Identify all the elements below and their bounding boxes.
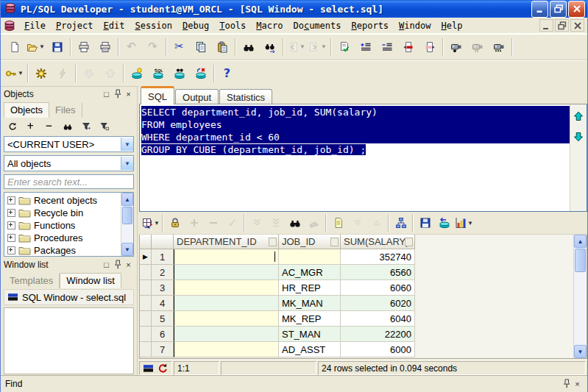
scroll-thumb[interactable] <box>575 249 586 272</box>
dropdown-arrow-icon[interactable]: ▼ <box>39 43 45 50</box>
tab-files[interactable]: Files <box>49 103 82 118</box>
filter-new-button[interactable] <box>96 118 113 134</box>
menu-window[interactable]: Window <box>394 19 436 32</box>
scroll-up-icon[interactable]: ▲ <box>574 235 587 248</box>
grid-view-button[interactable]: ▼ <box>141 213 160 232</box>
close-button[interactable] <box>568 1 585 18</box>
window-list-maximize-button[interactable]: □ <box>101 260 112 270</box>
cell-department-id[interactable] <box>174 265 279 280</box>
next-statement-icon[interactable] <box>573 131 584 143</box>
objects-pin-button[interactable] <box>112 89 123 99</box>
record-macro-button[interactable] <box>445 37 467 57</box>
tab-output[interactable]: Output <box>175 89 219 104</box>
cell-job-id[interactable] <box>279 249 341 265</box>
open-file-button[interactable]: ▼ <box>25 37 46 57</box>
cell-job-id[interactable]: AD_ASST <box>279 342 341 357</box>
syntax-check-button[interactable] <box>333 37 355 57</box>
dropdown-arrow-icon[interactable]: ▼ <box>18 70 24 76</box>
cell-department-id[interactable] <box>174 311 279 327</box>
tree-item-recent-objects[interactable]: Recent objects <box>4 194 133 207</box>
tab-templates[interactable]: Templates <box>4 274 60 288</box>
chart-button[interactable]: ▼ <box>454 213 474 232</box>
row-number[interactable]: 4 <box>152 296 174 311</box>
new-document-button[interactable] <box>4 37 25 57</box>
menu-tools[interactable]: Tools <box>214 19 251 32</box>
find-button[interactable] <box>238 37 259 57</box>
save-button[interactable] <box>416 213 435 232</box>
cell-department-id[interactable] <box>174 342 279 357</box>
row-selector[interactable]: ▶ <box>140 249 152 265</box>
help-button[interactable]: ? <box>216 63 238 84</box>
expand-icon[interactable] <box>7 221 15 229</box>
table-row[interactable]: 5MK_REP6040 <box>140 311 573 327</box>
row-selector[interactable] <box>140 280 152 296</box>
cell-job-id[interactable]: MK_REP <box>279 311 341 327</box>
menu-reports[interactable]: Reports <box>347 19 394 32</box>
row-number[interactable]: 3 <box>152 280 174 296</box>
find-pin-button[interactable] <box>561 379 572 389</box>
unindent-button[interactable] <box>376 37 397 57</box>
tree-scrollbar[interactable]: ▲ ▼ <box>121 193 133 256</box>
db-find-button[interactable] <box>169 63 190 84</box>
comment-button[interactable] <box>397 37 419 57</box>
menu-session[interactable]: Session <box>130 19 177 32</box>
column-header-sum-salary-[interactable]: SUM(SALARY) <box>341 235 415 249</box>
dropdown-arrow-icon[interactable]: ▼ <box>300 43 305 50</box>
menu-help[interactable]: Help <box>436 19 467 32</box>
tree-item-recycle-bin[interactable]: Recycle bin <box>4 207 133 219</box>
play-macro-button[interactable] <box>488 37 509 57</box>
scroll-down-icon[interactable]: ▼ <box>121 243 133 256</box>
menu-project[interactable]: Project <box>51 19 99 32</box>
table-row[interactable]: 3HR_REP6060 <box>140 280 573 296</box>
previous-statement-icon[interactable] <box>573 110 584 122</box>
cell-sum-salary[interactable]: 6000 <box>341 342 415 357</box>
column-header-job-id[interactable]: JOB_ID <box>279 235 341 249</box>
session-key-button[interactable]: ▼ <box>4 63 25 84</box>
expand-icon[interactable] <box>7 209 15 217</box>
tab-sql[interactable]: SQL <box>141 86 174 104</box>
print-button[interactable] <box>73 37 94 57</box>
db-lamp-button[interactable] <box>126 63 147 84</box>
table-row[interactable]: 7AD_ASST6000 <box>140 342 573 357</box>
tree-item-functions[interactable]: Functions <box>4 219 133 232</box>
cell-job-id[interactable]: HR_REP <box>279 280 341 296</box>
menu-file[interactable]: File <box>19 19 51 32</box>
find-close-button[interactable]: × <box>572 379 583 389</box>
row-selector[interactable] <box>140 342 152 357</box>
dropdown-arrow-icon[interactable]: ▼ <box>154 220 160 227</box>
menu-documents[interactable]: Documents <box>288 19 346 32</box>
lock-button[interactable] <box>166 213 185 232</box>
indent-button[interactable] <box>355 37 376 57</box>
row-selector[interactable] <box>140 265 152 280</box>
cell-sum-salary[interactable]: 352740 <box>341 249 415 265</box>
table-row[interactable]: 4MK_MAN6020 <box>140 296 573 311</box>
chevron-down-icon[interactable]: ▼ <box>121 138 133 151</box>
copy-button[interactable] <box>190 37 211 57</box>
menu-debug[interactable]: Debug <box>177 19 214 32</box>
find-button[interactable] <box>286 213 305 232</box>
objects-maximize-button[interactable]: □ <box>101 89 112 99</box>
row-number[interactable]: 1 <box>152 249 174 265</box>
expand-icon[interactable] <box>7 234 15 242</box>
tab-window-list[interactable]: Window list <box>60 273 121 288</box>
mdi-close-button[interactable] <box>570 19 584 32</box>
table-row[interactable]: 6ST_MAN22200 <box>140 327 573 342</box>
tree-item-procedures[interactable]: Procedures <box>4 232 133 244</box>
save-button[interactable] <box>46 37 68 57</box>
row-selector[interactable] <box>140 296 152 311</box>
cell-sum-salary[interactable]: 6020 <box>341 296 415 311</box>
uncomment-button[interactable] <box>419 37 440 57</box>
window-list-item[interactable]: SQL Window - select.sql <box>4 289 134 305</box>
row-number[interactable]: 2 <box>152 265 174 280</box>
auto-refresh-icon[interactable] <box>157 363 169 374</box>
row-number[interactable]: 7 <box>152 342 174 357</box>
expand-all-button[interactable]: + <box>22 118 39 134</box>
row-selector[interactable] <box>140 311 152 327</box>
find-next-button[interactable] <box>259 37 280 57</box>
cell-sum-salary[interactable]: 6560 <box>341 265 415 280</box>
filter-button[interactable] <box>77 118 94 134</box>
column-header-department-id[interactable]: DEPARTMENT_ID <box>174 235 279 249</box>
tab-statistics[interactable]: Statistics <box>219 89 272 104</box>
sql-editor[interactable]: SELECT department_id, job_id, SUM(salary… <box>140 104 570 211</box>
execute-gear-button[interactable] <box>30 63 52 84</box>
